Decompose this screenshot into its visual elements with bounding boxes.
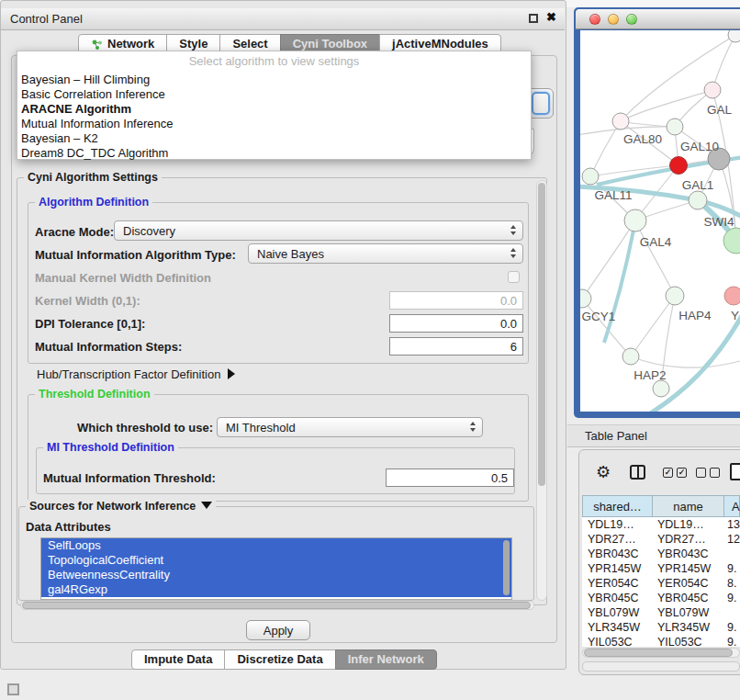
node-hap4[interactable] bbox=[666, 287, 684, 305]
node-gcy1[interactable] bbox=[580, 289, 591, 308]
node-label: GAL1 bbox=[682, 178, 714, 192]
dropdown-item-selected[interactable]: ARACNE Algorithm bbox=[21, 102, 131, 117]
dropdown-item[interactable]: Bayesian – K2 bbox=[21, 131, 98, 146]
close-traffic-icon[interactable] bbox=[589, 14, 600, 25]
cell-value: 9. bbox=[727, 620, 736, 635]
minimize-traffic-icon[interactable] bbox=[608, 14, 619, 25]
gear-icon[interactable]: ⚙ bbox=[596, 462, 611, 482]
node[interactable] bbox=[728, 30, 740, 42]
combo-arrows-icon bbox=[510, 225, 516, 235]
node-swi4[interactable] bbox=[689, 191, 707, 209]
settings-scrollbar-thumb[interactable] bbox=[538, 183, 545, 486]
cell-shared-name: YIL053C bbox=[588, 635, 633, 647]
node-gal1-red[interactable] bbox=[670, 157, 688, 175]
combo-arrows-icon bbox=[470, 422, 476, 432]
node-hap2[interactable] bbox=[622, 348, 639, 365]
select-all-checkboxes-icon[interactable]: ✓ ✓ bbox=[663, 468, 687, 478]
column-header-partial[interactable]: A bbox=[723, 495, 740, 517]
unchecked-box-icon bbox=[696, 468, 706, 478]
expander-expanded-icon bbox=[201, 502, 212, 509]
node-label: HAP2 bbox=[633, 368, 666, 382]
cell-value: 9. bbox=[727, 591, 736, 605]
node-gal10[interactable] bbox=[667, 119, 683, 135]
checked-box-icon: ✓ bbox=[677, 468, 687, 478]
deselect-all-checkboxes-icon[interactable] bbox=[696, 468, 720, 478]
data-attributes-list[interactable]: SelfLoops TopologicalCoefficient Between… bbox=[40, 537, 512, 600]
cell-shared-name: YLR345W bbox=[588, 620, 640, 635]
control-panel-title: Control Panel bbox=[10, 12, 83, 26]
kernel-width-field[interactable]: 0.0 bbox=[389, 291, 523, 310]
node-salmon[interactable] bbox=[724, 287, 740, 305]
column-header-label: A bbox=[732, 500, 740, 514]
cell-value: 9. bbox=[727, 561, 736, 576]
hub-definition-expander[interactable]: Hub/Transcription Factor Definition bbox=[37, 367, 235, 381]
network-window-titlebar[interactable] bbox=[576, 9, 740, 29]
tab-infer-network[interactable]: Infer Network bbox=[335, 649, 437, 670]
settings-hscrollbar-thumb[interactable] bbox=[22, 602, 531, 609]
dropdown-item[interactable]: Basic Correlation Inference bbox=[21, 87, 165, 102]
dpi-tolerance-field[interactable]: 0.0 bbox=[389, 314, 523, 333]
column-header-name[interactable]: name bbox=[652, 495, 724, 517]
aracne-mode-value: Discovery bbox=[123, 224, 175, 238]
node-label: HAP4 bbox=[678, 309, 712, 322]
network-view-canvas[interactable]: GAL GAL80 GAL10 GAL1 GAL11 SWI4 GAL4 GCY… bbox=[580, 30, 740, 412]
node[interactable] bbox=[653, 380, 669, 397]
node-label: GCY1 bbox=[582, 310, 616, 323]
node-label: GAL80 bbox=[623, 132, 662, 146]
threshold-definition-title: Threshold Definition bbox=[35, 388, 154, 401]
zoom-traffic-icon[interactable] bbox=[626, 14, 637, 25]
node-label: SWI4 bbox=[703, 215, 734, 229]
list-item[interactable]: BetweennessCentrality bbox=[41, 568, 511, 582]
cell-name: YBL079W bbox=[657, 605, 709, 620]
node-gal11[interactable] bbox=[582, 168, 599, 185]
dropdown-item[interactable]: Mutual Information Inference bbox=[21, 117, 173, 131]
tab-impute-data-label: Impute Data bbox=[144, 650, 212, 669]
table-hscrollbar-thumb[interactable] bbox=[584, 649, 733, 657]
cell-shared-name: YDR27… bbox=[588, 532, 636, 547]
which-threshold-combo[interactable]: MI Threshold bbox=[217, 417, 483, 437]
dropdown-placeholder: Select algorithm to view settings bbox=[17, 54, 531, 68]
sources-title-label: Sources for Network Inference bbox=[29, 500, 196, 513]
document-icon[interactable] bbox=[730, 463, 740, 480]
mi-threshold-definition-title: MI Threshold Definition bbox=[43, 441, 178, 454]
control-panel-titlebar: Control Panel bbox=[1, 8, 565, 30]
table-panel-titlebar: Table Panel bbox=[567, 424, 740, 447]
mi-type-value: Naive Bayes bbox=[257, 247, 324, 261]
node[interactable] bbox=[704, 82, 721, 98]
list-scrollbar-thumb[interactable] bbox=[503, 540, 510, 595]
cyni-algorithm-settings-title: Cyni Algorithm Settings bbox=[24, 171, 162, 184]
sources-title[interactable]: Sources for Network Inference bbox=[26, 500, 216, 513]
node-label: GAL bbox=[707, 103, 733, 117]
dropdown-item[interactable]: Dream8 DC_TDC Algorithm bbox=[21, 146, 168, 161]
unchecked-box-icon bbox=[710, 468, 720, 478]
mi-threshold-field[interactable]: 0.5 bbox=[386, 469, 514, 487]
tab-impute-data[interactable]: Impute Data bbox=[131, 649, 225, 670]
manual-kernel-checkbox[interactable] bbox=[508, 271, 520, 283]
apply-button[interactable]: Apply bbox=[246, 620, 310, 640]
mi-steps-field[interactable]: 6 bbox=[389, 337, 523, 356]
dropdown-item[interactable]: Bayesian – Hill Climbing bbox=[21, 73, 150, 87]
combo-arrows-icon bbox=[510, 248, 516, 258]
tab-discretize-data[interactable]: Discretize Data bbox=[224, 649, 335, 670]
float-window-icon[interactable] bbox=[529, 14, 538, 23]
list-item[interactable]: SelfLoops bbox=[41, 538, 511, 553]
column-header-shared-name[interactable]: shared… bbox=[582, 495, 653, 517]
grip-icon[interactable] bbox=[7, 683, 19, 695]
node-table[interactable]: YDL19… YDL19… 13 YDR27… YDR27… 12 YBR043… bbox=[582, 517, 740, 647]
close-icon[interactable]: ✖ bbox=[546, 10, 556, 24]
node-gal4[interactable] bbox=[624, 209, 646, 231]
list-item[interactable]: gal4RGexp bbox=[41, 582, 511, 597]
dpi-tolerance-value: 0.0 bbox=[500, 317, 517, 331]
cell-name: YDR27… bbox=[657, 532, 706, 547]
node-gal80[interactable] bbox=[612, 113, 629, 130]
mi-steps-label: Mutual Information Steps: bbox=[35, 340, 182, 354]
mi-threshold-value: 0.5 bbox=[491, 471, 508, 485]
aracne-mode-combo[interactable]: Discovery bbox=[114, 220, 523, 241]
node-label: GAL11 bbox=[594, 188, 632, 202]
network-icon bbox=[91, 39, 103, 51]
cell-value: 9. bbox=[727, 635, 736, 647]
mi-type-combo[interactable]: Naive Bayes bbox=[248, 243, 523, 264]
aracne-mode-label: Aracne Mode: bbox=[35, 225, 114, 239]
list-item[interactable]: TopologicalCoefficient bbox=[41, 553, 511, 568]
split-columns-icon[interactable] bbox=[630, 465, 645, 480]
